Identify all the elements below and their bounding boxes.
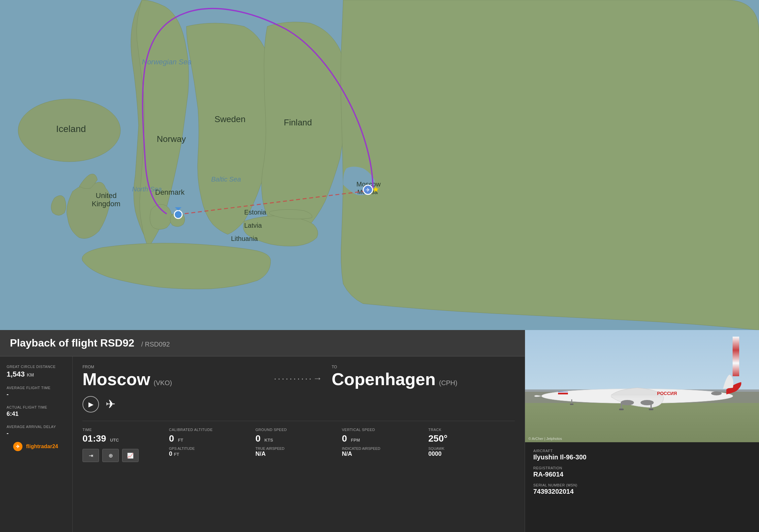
avg-arrival-delay-stat: AVERAGE ARRIVAL DELAY - xyxy=(7,425,66,437)
great-circle-stat: GREAT CIRCLE DISTANCE 1,543 KM xyxy=(7,365,66,379)
cal-alt-cell: CALIBRATED ALTITUDE 0 FT GPS ALTITUDE 0 … xyxy=(169,428,256,462)
flight-title-bar: Playback of flight RSD92 / RSD092 xyxy=(0,330,525,356)
cal-alt-label: CALIBRATED ALTITUDE xyxy=(169,428,251,432)
ctrl-btn-3[interactable]: 📈 xyxy=(122,449,139,462)
logo-text: flightradar24 xyxy=(26,443,58,449)
flight-title-sub: / RSD092 xyxy=(141,341,170,348)
time-label: TIME xyxy=(83,428,164,432)
time-value: 01:39 xyxy=(83,433,106,443)
aircraft-type-row: AIRCRAFT Ilyushin Il-96-300 xyxy=(533,449,751,461)
from-label: FROM xyxy=(83,365,266,369)
ctrl-btn-2[interactable]: ⊕ xyxy=(102,449,119,462)
to-label: TO xyxy=(332,365,515,369)
svg-text:Baltic Sea: Baltic Sea xyxy=(211,176,241,183)
true-airspeed-label: TRUE AIRSPEED xyxy=(256,446,337,450)
great-circle-number: 1,543 xyxy=(7,370,25,378)
gps-alt-label: GPS ALTITUDE xyxy=(169,446,251,450)
fr24-icon: ✈ xyxy=(13,442,22,451)
svg-rect-34 xyxy=(649,409,654,410)
avg-flight-time-value: - xyxy=(7,391,66,398)
aircraft-photo-panel: ✕ Р xyxy=(525,330,759,532)
svg-text:Sweden: Sweden xyxy=(215,114,246,124)
svg-text:Norwegian Sea: Norwegian Sea xyxy=(142,58,191,66)
aircraft-serial-row: SERIAL NUMBER (MSN) 74393202014 xyxy=(533,483,751,495)
route-arrow: ··········→ xyxy=(266,373,332,388)
plane-icon: ✈ xyxy=(105,397,115,411)
svg-rect-36 xyxy=(570,404,574,405)
stats-panel: GREAT CIRCLE DISTANCE 1,543 KM AVERAGE F… xyxy=(0,356,73,532)
svg-text:Estonia: Estonia xyxy=(244,209,267,216)
svg-text:Lithuania: Lithuania xyxy=(231,235,258,242)
vertical-speed-label: VERTICAL SPEED xyxy=(342,428,423,432)
ground-speed-value: 0 xyxy=(256,433,261,443)
aircraft-photo: РОССИЯ © ArCher | Jetphotos xyxy=(525,330,759,442)
avg-arrival-delay-value: - xyxy=(7,430,66,437)
svg-text:United: United xyxy=(96,191,117,200)
svg-text:Iceland: Iceland xyxy=(56,124,86,134)
flightradar-logo: ✈ flightradar24 xyxy=(13,442,72,451)
svg-text:✈: ✈ xyxy=(366,187,370,193)
serial-label: SERIAL NUMBER (MSN) xyxy=(533,483,751,487)
ground-speed-unit: KTS xyxy=(264,438,273,443)
svg-text:Latvia: Latvia xyxy=(244,222,262,229)
to-city-row: Copenhagen (CPH) xyxy=(332,371,515,388)
svg-point-26 xyxy=(711,391,722,395)
squawk-label: SQUAWK xyxy=(428,446,510,450)
play-button[interactable]: ▶ xyxy=(83,396,99,413)
route-row: FROM Moscow (VKO) ··········→ TO Copenha… xyxy=(83,365,515,388)
actual-flight-time-label: ACTUAL FLIGHT TIME xyxy=(7,405,66,409)
track-label: TRACK xyxy=(428,428,510,432)
indicated-airspeed-value: N/A xyxy=(342,450,423,457)
route-from: FROM Moscow (VKO) xyxy=(83,365,266,388)
registration-label: REGISTRATION xyxy=(533,466,751,470)
from-city: Moscow xyxy=(83,370,150,389)
time-unit: UTC xyxy=(110,438,119,443)
ground-speed-label: GROUND SPEED xyxy=(256,428,337,432)
squawk-value: 0000 xyxy=(428,450,510,457)
to-city: Copenhagen xyxy=(332,370,436,389)
ctrl-btn-1[interactable]: ⇥ xyxy=(83,449,99,462)
gps-alt-unit: FT xyxy=(174,452,179,457)
track-value: 250° xyxy=(428,433,510,444)
aircraft-registration-row: REGISTRATION RA-96014 xyxy=(533,466,751,478)
vertical-speed-cell: VERTICAL SPEED 0 FPM INDICATED AIRSPEED … xyxy=(342,428,428,462)
control-buttons: ⇥ ⊕ 📈 xyxy=(83,449,164,462)
vertical-speed-value: 0 xyxy=(342,433,347,443)
flight-info: GREAT CIRCLE DISTANCE 1,543 KM AVERAGE F… xyxy=(0,356,525,532)
cal-alt-value-row: 0 FT xyxy=(169,433,251,444)
svg-rect-30 xyxy=(558,392,568,392)
ground-speed-value-row: 0 KTS xyxy=(256,433,337,444)
aircraft-details: AIRCRAFT Ilyushin Il-96-300 REGISTRATION… xyxy=(525,442,759,507)
svg-text:Finland: Finland xyxy=(284,117,312,127)
time-value-row: 01:39 UTC xyxy=(83,433,164,444)
svg-rect-32 xyxy=(619,409,624,410)
data-grid: TIME 01:39 UTC ⇥ ⊕ 📈 CALIBRATED ALTITUDE xyxy=(83,421,515,462)
great-circle-label: GREAT CIRCLE DISTANCE xyxy=(7,365,66,369)
flight-title-main: Playback of flight RSD92 / RSD092 xyxy=(10,337,170,349)
playback-controls: ▶ ✈ xyxy=(83,396,515,413)
from-code: (VKO) xyxy=(154,379,172,387)
time-cell: TIME 01:39 UTC ⇥ ⊕ 📈 xyxy=(83,428,169,462)
svg-text:РОССИЯ: РОССИЯ xyxy=(657,391,677,396)
aircraft-type-label: AIRCRAFT xyxy=(533,449,751,453)
svg-text:★: ★ xyxy=(372,185,380,194)
actual-flight-time-value: 6:41 xyxy=(7,411,66,418)
flight-main: FROM Moscow (VKO) ··········→ TO Copenha… xyxy=(73,356,525,532)
true-airspeed-value: N/A xyxy=(256,450,337,457)
aircraft-type-value: Ilyushin Il-96-300 xyxy=(533,453,751,461)
svg-rect-31 xyxy=(621,403,622,409)
svg-text:Kingdom: Kingdom xyxy=(92,200,120,208)
flight-title-text: Playback of flight RSD92 xyxy=(10,337,134,349)
from-city-row: Moscow (VKO) xyxy=(83,371,266,388)
svg-rect-33 xyxy=(651,403,652,409)
avg-flight-time-stat: AVERAGE FLIGHT TIME - xyxy=(7,386,66,398)
map-container[interactable]: Iceland Norway Sweden Finland United Kin… xyxy=(0,0,759,330)
serial-value: 74393202014 xyxy=(533,488,751,495)
svg-point-24 xyxy=(621,400,634,405)
route-to: TO Copenhagen (CPH) xyxy=(332,365,515,388)
great-circle-unit: KM xyxy=(27,372,34,378)
avg-arrival-delay-label: AVERAGE ARRIVAL DELAY xyxy=(7,425,66,429)
track-cell: TRACK 250° SQUAWK 0000 xyxy=(428,428,515,462)
svg-rect-35 xyxy=(571,399,572,404)
vertical-speed-unit: FPM xyxy=(351,438,360,443)
